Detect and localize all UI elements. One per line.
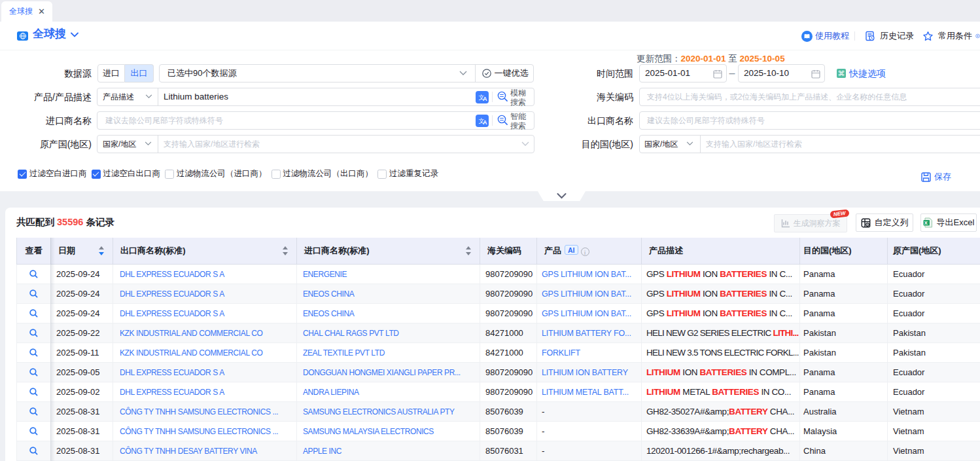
svg-text:X: X	[924, 220, 927, 226]
svg-text:A: A	[483, 95, 487, 101]
svg-text:A: A	[483, 119, 487, 125]
